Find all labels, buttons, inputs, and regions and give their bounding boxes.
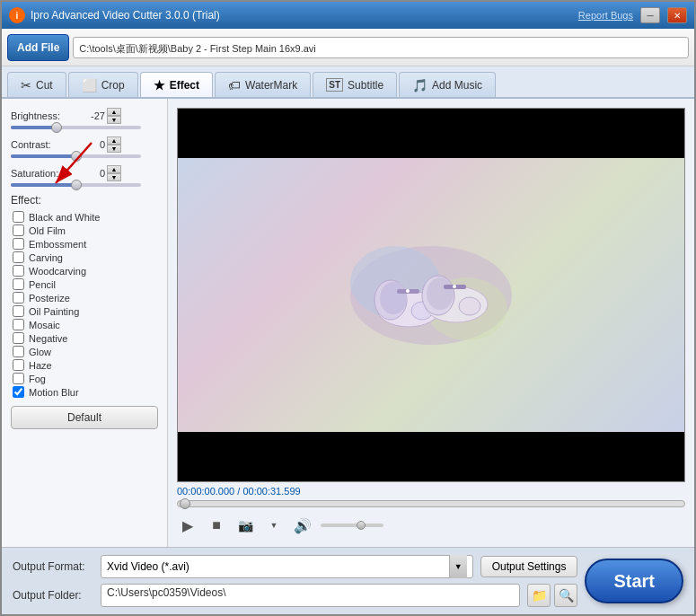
- effect-checkbox-carving[interactable]: [13, 251, 24, 263]
- bottom-fields: Output Format: Xvid Video (*.avi) ▼ Outp…: [13, 555, 577, 607]
- svg-point-7: [380, 282, 407, 314]
- saturation-slider-track[interactable]: [11, 183, 141, 187]
- tab-addmusic[interactable]: 🎵 Add Music: [399, 72, 496, 97]
- effect-label-glow[interactable]: Glow: [29, 347, 51, 357]
- effect-item-bw[interactable]: Black and White: [11, 210, 158, 224]
- effect-item-oilpainting[interactable]: Oil Painting: [11, 304, 158, 318]
- output-settings-button[interactable]: Output Settings: [480, 556, 578, 577]
- start-button[interactable]: Start: [585, 559, 683, 603]
- minimize-button[interactable]: ─: [640, 7, 660, 23]
- effect-label-embossment[interactable]: Embossment: [29, 239, 86, 250]
- cut-icon: ✂: [21, 78, 31, 92]
- effect-label-mosaic[interactable]: Mosaic: [29, 320, 60, 330]
- volume-button[interactable]: 🔊: [292, 515, 313, 536]
- effect-checkbox-pencil[interactable]: [13, 278, 24, 290]
- contrast-spinner[interactable]: ▲ ▼: [107, 136, 121, 153]
- effect-item-haze[interactable]: Haze: [11, 358, 158, 372]
- effect-item-oldfilm[interactable]: Old Film: [11, 224, 158, 237]
- snapshot-button[interactable]: 📷: [234, 515, 256, 536]
- browse-folder-button[interactable]: 📁: [527, 584, 551, 607]
- effect-checkbox-woodcarving[interactable]: [13, 265, 24, 277]
- saturation-up[interactable]: ▲: [107, 165, 121, 173]
- snapshot-dropdown[interactable]: ▼: [263, 515, 285, 536]
- play-button[interactable]: ▶: [177, 515, 198, 536]
- effect-item-negative[interactable]: Negative: [11, 331, 158, 345]
- report-bugs-link[interactable]: Report Bugs: [578, 10, 633, 21]
- brightness-thumb[interactable]: [51, 122, 62, 133]
- saturation-spinner[interactable]: ▲ ▼: [107, 165, 121, 181]
- effect-checkbox-negative[interactable]: [13, 332, 24, 344]
- brightness-slider-track[interactable]: [11, 126, 141, 129]
- effect-item-pencil[interactable]: Pencil: [11, 277, 158, 291]
- saturation-value: 0: [74, 168, 105, 179]
- effect-item-fog[interactable]: Fog: [11, 372, 158, 385]
- baby-shoes-illustration: [341, 237, 521, 354]
- add-file-button[interactable]: Add File: [7, 34, 69, 61]
- brightness-up[interactable]: ▲: [107, 108, 121, 116]
- effect-item-motionblur[interactable]: Motion Blur: [11, 385, 158, 399]
- effect-item-glow[interactable]: Glow: [11, 345, 158, 358]
- effect-label-motionblur[interactable]: Motion Blur: [29, 387, 79, 398]
- effect-item-posterize[interactable]: Posterize: [11, 291, 158, 304]
- effect-label-pencil[interactable]: Pencil: [29, 279, 56, 290]
- brightness-control: Brightness: -27 ▲ ▼: [11, 108, 158, 129]
- volume-slider[interactable]: [321, 524, 383, 527]
- effect-checkbox-mosaic[interactable]: [13, 319, 24, 330]
- effect-label-woodcarving[interactable]: Woodcarving: [29, 266, 86, 277]
- format-dropdown-arrow[interactable]: ▼: [449, 555, 467, 578]
- effect-label-posterize[interactable]: Posterize: [29, 293, 70, 304]
- brightness-spinner[interactable]: ▲ ▼: [107, 108, 121, 124]
- progress-bar[interactable]: [177, 500, 685, 507]
- effect-label-oilpainting[interactable]: Oil Painting: [29, 306, 79, 317]
- effect-checkbox-haze[interactable]: [13, 359, 24, 371]
- effect-label-negative[interactable]: Negative: [29, 333, 67, 344]
- volume-thumb[interactable]: [357, 521, 366, 530]
- close-button[interactable]: ✕: [667, 7, 687, 23]
- effect-label-oldfilm[interactable]: Old Film: [29, 225, 66, 236]
- svg-point-16: [453, 285, 456, 288]
- video-image-area: [178, 158, 684, 432]
- effect-checkbox-glow[interactable]: [13, 346, 24, 357]
- effect-checkbox-embossment[interactable]: [13, 238, 24, 250]
- effect-item-embossment[interactable]: Embossment: [11, 237, 158, 251]
- tab-crop[interactable]: ⬜ Crop: [68, 72, 138, 97]
- effect-item-woodcarving[interactable]: Woodcarving: [11, 264, 158, 277]
- effect-label-bw[interactable]: Black and White: [29, 212, 100, 223]
- brightness-down[interactable]: ▼: [107, 116, 121, 124]
- format-select[interactable]: Xvid Video (*.avi) ▼: [101, 555, 473, 578]
- bottom-content: Output Format: Xvid Video (*.avi) ▼ Outp…: [13, 555, 683, 607]
- tab-bar: ✂ Cut ⬜ Crop ★ Effect 🏷 WaterMark ST Sub…: [2, 66, 694, 99]
- contrast-thumb[interactable]: [71, 151, 82, 162]
- controls-bar: ▶ ■ 📷 ▼ 🔊: [177, 513, 685, 538]
- tab-subtitle[interactable]: ST Subtitle: [313, 72, 397, 97]
- output-folder-row: Output Folder: C:\Users\pc0359\Videos\ 📁…: [13, 584, 577, 607]
- effect-checkbox-oilpainting[interactable]: [13, 305, 24, 317]
- default-button[interactable]: Default: [11, 406, 158, 429]
- contrast-down[interactable]: ▼: [107, 145, 121, 153]
- toolbar: Add File C:\tools\桌面\新视频\Baby 2 - First …: [2, 29, 694, 66]
- effect-label-fog[interactable]: Fog: [29, 374, 46, 384]
- bottom-bar: Output Format: Xvid Video (*.avi) ▼ Outp…: [2, 547, 694, 614]
- effect-checkbox-bw[interactable]: [13, 211, 24, 223]
- tab-cut[interactable]: ✂ Cut: [7, 72, 66, 97]
- effect-item-carving[interactable]: Carving: [11, 251, 158, 264]
- contrast-up[interactable]: ▲: [107, 136, 121, 145]
- tab-watermark[interactable]: 🏷 WaterMark: [215, 72, 311, 97]
- tab-effect[interactable]: ★ Effect: [140, 72, 213, 97]
- contrast-slider-track[interactable]: [11, 154, 141, 158]
- saturation-thumb[interactable]: [71, 180, 82, 190]
- saturation-down[interactable]: ▼: [107, 173, 121, 181]
- effect-label-haze[interactable]: Haze: [29, 360, 52, 371]
- watermark-icon: 🏷: [228, 78, 241, 92]
- search-folder-button[interactable]: 🔍: [554, 584, 577, 607]
- effect-checkbox-posterize[interactable]: [13, 292, 24, 304]
- effect-item-mosaic[interactable]: Mosaic: [11, 318, 158, 331]
- effect-checkbox-fog[interactable]: [13, 373, 24, 384]
- time-display: 00:00:00.000 / 00:00:31.599: [177, 486, 685, 497]
- effect-checkbox-motionblur[interactable]: [13, 386, 24, 398]
- stop-button[interactable]: ■: [206, 515, 227, 536]
- progress-thumb[interactable]: [180, 498, 190, 509]
- effect-checkbox-oldfilm[interactable]: [13, 224, 24, 236]
- output-folder-path[interactable]: C:\Users\pc0359\Videos\: [101, 584, 520, 607]
- effect-label-carving[interactable]: Carving: [29, 252, 63, 263]
